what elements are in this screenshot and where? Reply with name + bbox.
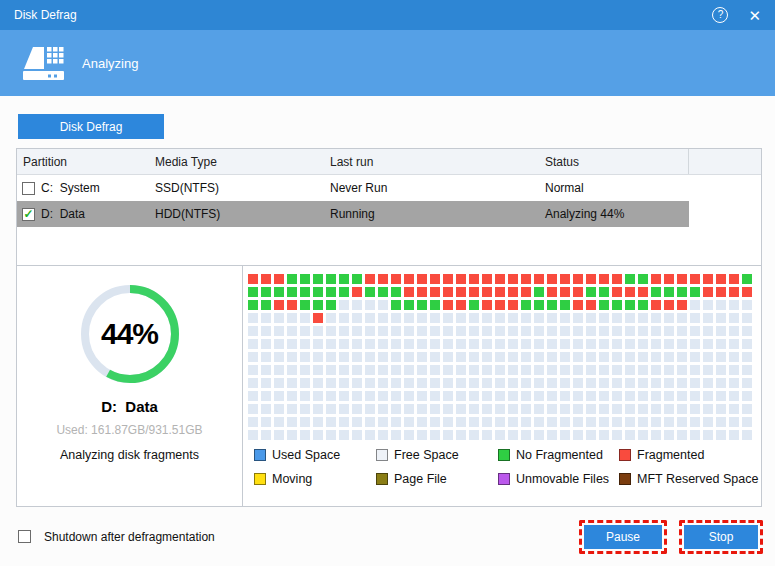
partition-checkbox[interactable]: ✓ <box>22 182 35 195</box>
disk-block <box>391 430 401 440</box>
disk-block <box>482 326 492 336</box>
disk-block <box>612 391 622 401</box>
disk-block <box>274 287 284 297</box>
disk-block <box>560 339 570 349</box>
disk-block <box>352 326 362 336</box>
disk-block <box>482 430 492 440</box>
disk-block <box>534 430 544 440</box>
disk-block <box>690 404 700 414</box>
disk-block <box>677 300 687 310</box>
disk-block <box>560 274 570 284</box>
disk-block <box>391 417 401 427</box>
disk-block <box>482 391 492 401</box>
disk-block <box>469 313 479 323</box>
disk-block <box>417 417 427 427</box>
disk-block <box>430 365 440 375</box>
disk-block <box>547 326 557 336</box>
disk-block <box>456 404 466 414</box>
disk-block <box>469 287 479 297</box>
disk-block <box>378 300 388 310</box>
disk-block <box>729 391 739 401</box>
disk-block <box>261 313 271 323</box>
disk-block <box>508 287 518 297</box>
disk-block <box>404 352 414 362</box>
disk-block <box>742 404 752 414</box>
disk-block <box>378 313 388 323</box>
disk-block <box>625 274 635 284</box>
table-row[interactable]: ✓C: SystemSSD(NTFS)Never RunNormal <box>17 175 761 201</box>
disk-block <box>417 274 427 284</box>
disk-block <box>534 404 544 414</box>
shutdown-checkbox[interactable]: ✓ <box>18 530 31 543</box>
disk-block <box>677 287 687 297</box>
main-panel: Partition Media Type Last run Status ✓C:… <box>16 148 762 507</box>
legend-swatch <box>498 473 510 485</box>
disk-block <box>703 352 713 362</box>
stop-button[interactable]: Stop <box>684 525 758 549</box>
disk-block <box>573 352 583 362</box>
column-status[interactable]: Status <box>545 155 688 169</box>
disk-block <box>300 274 310 284</box>
disk-block <box>430 274 440 284</box>
disk-block <box>430 378 440 388</box>
disk-block <box>534 391 544 401</box>
disk-block <box>417 339 427 349</box>
disk-block <box>378 391 388 401</box>
disk-block <box>248 300 258 310</box>
disk-block <box>274 365 284 375</box>
disk-block <box>638 352 648 362</box>
disk-block <box>716 391 726 401</box>
disk-block <box>703 326 713 336</box>
disk-block <box>248 326 258 336</box>
progress-panel: 44% D: Data Used: 161.87GB/931.51GB Anal… <box>17 266 243 506</box>
pause-button[interactable]: Pause <box>584 525 662 549</box>
disk-block <box>456 326 466 336</box>
disk-block <box>625 391 635 401</box>
disk-block <box>261 365 271 375</box>
legend-label: Free Space <box>394 448 459 462</box>
disk-block <box>638 339 648 349</box>
partition-checkbox[interactable]: ✓ <box>22 208 35 221</box>
disk-block <box>443 404 453 414</box>
disk-block <box>248 365 258 375</box>
disk-block <box>651 274 661 284</box>
drive-name: D: Data <box>17 398 242 415</box>
disk-block <box>326 365 336 375</box>
disk-block <box>313 352 323 362</box>
disk-block <box>625 365 635 375</box>
disk-block <box>274 352 284 362</box>
help-icon[interactable]: ? <box>712 7 728 23</box>
disk-block <box>625 287 635 297</box>
disk-drive-icon <box>20 41 68 85</box>
disk-block <box>300 430 310 440</box>
disk-block <box>599 300 609 310</box>
disk-block <box>742 287 752 297</box>
disk-block <box>742 391 752 401</box>
disk-block <box>560 287 570 297</box>
disk-block <box>495 300 505 310</box>
disk-block <box>417 404 427 414</box>
disk-block <box>248 339 258 349</box>
column-media-type[interactable]: Media Type <box>155 155 330 169</box>
disk-block <box>586 391 596 401</box>
disk-block <box>742 313 752 323</box>
disk-block <box>391 326 401 336</box>
disk-block <box>248 378 258 388</box>
disk-block <box>508 313 518 323</box>
close-icon[interactable]: ✕ <box>748 8 761 23</box>
tab-disk-defrag[interactable]: Disk Defrag <box>18 114 164 139</box>
disk-block <box>729 352 739 362</box>
disk-block <box>534 417 544 427</box>
table-row[interactable]: ✓D: DataHDD(NTFS)RunningAnalyzing 44% <box>17 201 761 227</box>
disk-block <box>300 326 310 336</box>
disk-block <box>482 417 492 427</box>
disk-block <box>521 274 531 284</box>
disk-block <box>443 352 453 362</box>
disk-block <box>365 287 375 297</box>
column-last-run[interactable]: Last run <box>330 155 545 169</box>
disk-block <box>443 287 453 297</box>
disk-block <box>625 313 635 323</box>
disk-block <box>339 417 349 427</box>
disk-block <box>573 300 583 310</box>
column-partition[interactable]: Partition <box>17 155 155 169</box>
